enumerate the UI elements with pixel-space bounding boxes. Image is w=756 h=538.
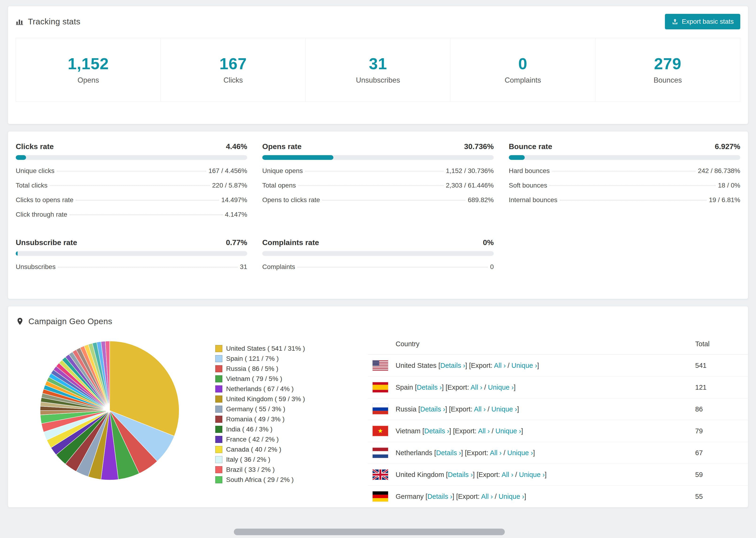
rate-percent: 0.77% xyxy=(226,238,247,247)
legend-item: Canada ( 40 / 2% ) xyxy=(215,444,365,455)
export-unique-link[interactable]: Unique › xyxy=(519,471,545,478)
legend-label: Germany ( 55 / 3% ) xyxy=(226,405,285,413)
legend-item: Vietnam ( 79 / 5% ) xyxy=(215,374,365,384)
rate-row-label: Unsubscribes xyxy=(16,263,56,271)
export-unique-link[interactable]: Unique › xyxy=(495,427,521,435)
export-all-link[interactable]: All › xyxy=(470,384,482,391)
total-cell: 55 xyxy=(695,493,748,501)
flag-ru-icon xyxy=(373,404,388,414)
legend-swatch xyxy=(215,426,222,433)
total-cell: 67 xyxy=(695,449,748,457)
export-unique-link[interactable]: Unique › xyxy=(499,493,524,500)
rate-row-label: Clicks to opens rate xyxy=(16,196,74,204)
rate-row-label: Total opens xyxy=(262,182,296,189)
rate-row-value: 1,152 / 30.736% xyxy=(446,167,494,175)
geo-table-row: Vietnam [Details ›] [Export: All › / Uni… xyxy=(368,420,748,442)
details-link[interactable]: Details › xyxy=(420,405,445,413)
legend-swatch xyxy=(215,385,222,393)
map-pin-icon xyxy=(16,317,24,326)
legend-swatch xyxy=(215,396,222,403)
stat-value: 0 xyxy=(451,54,595,73)
legend-label: Netherlands ( 67 / 4% ) xyxy=(226,385,294,393)
export-all-link[interactable]: All › xyxy=(481,493,493,500)
legend-label: Vietnam ( 79 / 5% ) xyxy=(226,375,282,383)
rate-row-value: 14.497% xyxy=(221,196,247,204)
rate-row: Unsubscribes31 xyxy=(16,260,247,274)
legend-item: Spain ( 121 / 7% ) xyxy=(215,353,365,364)
export-unique-link[interactable]: Unique › xyxy=(507,449,533,457)
rate-rows: Unique clicks167 / 4.456%Total clicks220… xyxy=(16,164,247,222)
rate-row-value: 167 / 4.456% xyxy=(208,167,247,175)
rate-row: Hard bounces242 / 86.738% xyxy=(509,164,740,178)
rate-row-value: 4.147% xyxy=(225,211,247,218)
dotted-leader xyxy=(297,267,488,267)
export-label: Export: xyxy=(478,471,500,478)
legend-label: Canada ( 40 / 2% ) xyxy=(226,446,281,453)
legend-item: Germany ( 55 / 3% ) xyxy=(215,404,365,414)
geo-table-row: Spain [Details ›] [Export: All › / Uniqu… xyxy=(368,377,748,398)
horizontal-scrollbar-thumb[interactable] xyxy=(234,529,505,535)
legend-label: France ( 42 / 2% ) xyxy=(226,436,279,443)
export-all-link[interactable]: All › xyxy=(490,449,502,457)
details-link[interactable]: Details › xyxy=(436,449,461,457)
country-cell: Spain [Details ›] [Export: All › / Uniqu… xyxy=(396,384,695,391)
details-link[interactable]: Details › xyxy=(427,493,452,500)
geo-table: CountryTotalUnited States [Details ›] [E… xyxy=(368,334,748,508)
export-label: Export: xyxy=(467,449,488,457)
details-link[interactable]: Details › xyxy=(424,427,449,435)
progress-bar xyxy=(262,155,494,160)
export-unique-link[interactable]: Unique › xyxy=(491,405,517,413)
dotted-leader xyxy=(58,267,238,267)
stat-label: Bounces xyxy=(595,76,740,84)
rate-row-value: 0 xyxy=(490,263,494,271)
rate-rows: Hard bounces242 / 86.738%Soft bounces18 … xyxy=(509,164,740,207)
details-link[interactable]: Details › xyxy=(448,471,473,478)
stat-value: 1,152 xyxy=(16,54,161,73)
legend-item: Netherlands ( 67 / 4% ) xyxy=(215,384,365,394)
export-unique-link[interactable]: Unique › xyxy=(512,362,537,369)
country-name: United States xyxy=(396,362,436,369)
export-all-link[interactable]: All › xyxy=(502,471,513,478)
legend-swatch xyxy=(215,476,222,483)
rate-row: Total opens2,303 / 61.446% xyxy=(262,178,494,193)
export-button-label: Export basic stats xyxy=(682,18,734,26)
country-name: Germany xyxy=(396,493,423,500)
rate-percent: 4.46% xyxy=(226,142,247,151)
rate-title: Bounce rate xyxy=(509,142,552,151)
legend-swatch xyxy=(215,446,222,453)
legend-label: Italy ( 36 / 2% ) xyxy=(226,456,270,463)
rate-row: Opens to clicks rate689.82% xyxy=(262,193,494,207)
total-column-header: Total xyxy=(695,340,748,348)
export-label: Export: xyxy=(458,493,480,500)
rate-block-opens-rate: Opens rate30.736%Unique opens1,152 / 30.… xyxy=(262,142,494,222)
legend-item: South Africa ( 29 / 2% ) xyxy=(215,475,365,485)
export-label: Export: xyxy=(451,405,472,413)
rate-block-bounce-rate: Bounce rate6.927%Hard bounces242 / 86.73… xyxy=(509,142,740,222)
rate-row-label: Complaints xyxy=(262,263,295,271)
geo-legend: United States ( 541 / 31% )Spain ( 121 /… xyxy=(215,344,365,508)
export-unique-link[interactable]: Unique › xyxy=(488,384,514,391)
rate-title: Complaints rate xyxy=(262,238,319,247)
export-label: Export: xyxy=(471,362,493,369)
rate-title: Clicks rate xyxy=(16,142,54,151)
rate-row: Clicks to opens rate14.497% xyxy=(16,193,247,207)
export-all-link[interactable]: All › xyxy=(478,427,490,435)
export-basic-stats-button[interactable]: Export basic stats xyxy=(665,14,740,29)
stats-row: 1,152Opens167Clicks31Unsubscribes0Compla… xyxy=(16,38,740,102)
rate-rows: Unsubscribes31 xyxy=(16,260,247,274)
legend-item: Italy ( 36 / 2% ) xyxy=(215,455,365,464)
export-all-link[interactable]: All › xyxy=(494,362,506,369)
total-cell: 121 xyxy=(695,384,748,391)
tracking-stats-header: Tracking stats Export basic stats xyxy=(16,14,740,29)
legend-swatch xyxy=(215,456,222,463)
legend-item: United Kingdom ( 59 / 3% ) xyxy=(215,394,365,404)
country-name: United Kingdom xyxy=(396,471,444,478)
export-all-link[interactable]: All › xyxy=(474,405,486,413)
flag-nl-icon xyxy=(373,448,388,458)
details-link[interactable]: Details › xyxy=(440,362,465,369)
rate-row-value: 19 / 6.81% xyxy=(709,196,740,204)
country-cell: United Kingdom [Details ›] [Export: All … xyxy=(396,471,695,479)
details-link[interactable]: Details › xyxy=(417,384,442,391)
progress-bar xyxy=(262,251,494,256)
flag-gb-icon xyxy=(373,469,388,480)
